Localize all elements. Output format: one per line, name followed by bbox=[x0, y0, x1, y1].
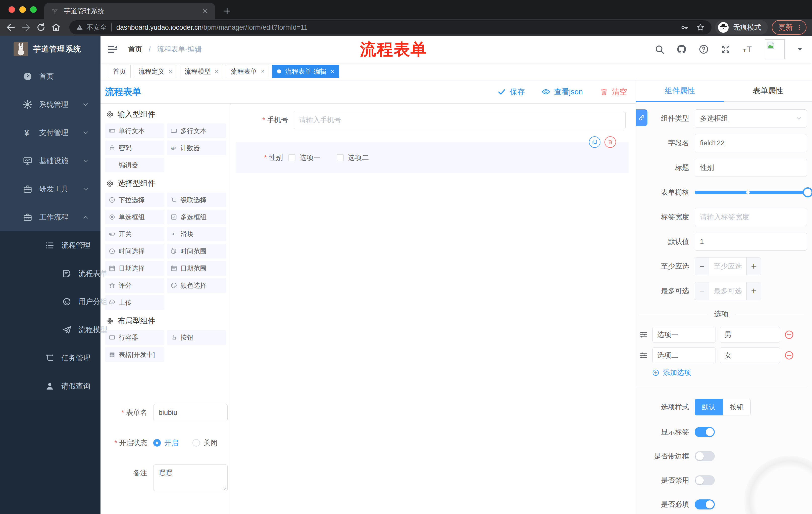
close-tag-icon[interactable]: × bbox=[261, 69, 265, 75]
sidebar-item[interactable]: 请假查询 bbox=[0, 372, 100, 400]
caret-down-icon[interactable] bbox=[796, 46, 804, 53]
view-tag[interactable]: 流程表单-编辑× bbox=[272, 65, 339, 78]
avatar[interactable] bbox=[765, 39, 785, 59]
search-icon[interactable] bbox=[654, 44, 665, 55]
view-tag[interactable]: 流程模型× bbox=[180, 65, 223, 78]
palette-item[interactable]: 行容器 bbox=[105, 330, 164, 345]
hamburger-icon[interactable] bbox=[107, 44, 118, 55]
bookmark-star-icon[interactable] bbox=[696, 23, 705, 32]
checkbox-box[interactable] bbox=[288, 154, 295, 161]
toggle-switch[interactable] bbox=[695, 475, 715, 485]
palette-item[interactable]: 日期范围 bbox=[167, 261, 226, 276]
github-icon[interactable] bbox=[676, 44, 687, 55]
palette-item[interactable]: 表格[开发中] bbox=[105, 347, 164, 362]
sidebar-item[interactable]: 首页 bbox=[0, 62, 100, 90]
slider-handle[interactable] bbox=[803, 187, 812, 197]
question-icon[interactable] bbox=[698, 44, 709, 55]
palette-item[interactable]: 上传 bbox=[105, 295, 164, 310]
remove-option-button[interactable] bbox=[784, 330, 794, 340]
browser-menu-icon[interactable] bbox=[796, 24, 803, 31]
palette-item[interactable]: 时间选择 bbox=[105, 244, 164, 259]
home-icon[interactable] bbox=[51, 22, 61, 33]
palette-item[interactable]: 级联选择 bbox=[167, 193, 226, 207]
close-window-button[interactable] bbox=[8, 6, 15, 13]
status-radio-off[interactable]: 关闭 bbox=[193, 438, 218, 448]
browser-tab[interactable]: 芋道管理系统 bbox=[44, 3, 215, 19]
clear-button[interactable]: 清空 bbox=[600, 87, 627, 97]
increase-button[interactable]: + bbox=[747, 282, 761, 300]
view-tag[interactable]: 流程定义× bbox=[134, 65, 177, 78]
palette-item[interactable]: 编辑器 bbox=[105, 158, 164, 172]
form-name-input[interactable] bbox=[153, 404, 228, 421]
tab-component-props[interactable]: 组件属性 bbox=[636, 80, 724, 101]
minimize-window-button[interactable] bbox=[19, 6, 26, 13]
toggle-switch[interactable] bbox=[695, 427, 715, 437]
option-style-button[interactable]: 按钮 bbox=[723, 399, 751, 415]
sidebar-item[interactable]: 基础设施 bbox=[0, 147, 100, 175]
save-button[interactable]: 保存 bbox=[497, 87, 525, 97]
phone-field-input[interactable] bbox=[294, 111, 626, 129]
label-width-input[interactable] bbox=[695, 208, 807, 226]
breadcrumb-home[interactable]: 首页 bbox=[128, 45, 142, 53]
close-tag-icon[interactable]: × bbox=[169, 69, 172, 75]
option-style-default[interactable]: 默认 bbox=[695, 399, 723, 415]
toggle-switch[interactable] bbox=[695, 499, 715, 510]
palette-item[interactable]: 下拉选择 bbox=[105, 193, 164, 207]
view-tag[interactable]: 首页 bbox=[108, 65, 130, 78]
palette-item[interactable]: 时间范围 bbox=[167, 244, 226, 259]
palette-item[interactable]: 密码 bbox=[105, 141, 164, 155]
sidebar-item[interactable]: 流程管理 bbox=[0, 231, 100, 260]
maximize-window-button[interactable] bbox=[30, 6, 37, 13]
sidebar-item[interactable]: 流程表单 bbox=[0, 260, 100, 288]
slider-track[interactable] bbox=[695, 191, 808, 194]
toggle-switch[interactable] bbox=[695, 451, 715, 461]
increase-button[interactable]: + bbox=[747, 258, 761, 275]
sidebar-item[interactable]: 流程模型 bbox=[0, 316, 100, 344]
sidebar-item[interactable]: 用户分组 bbox=[0, 288, 100, 316]
palette-item[interactable]: 123计数器 bbox=[167, 141, 226, 155]
phone-field-row[interactable]: 手机号 bbox=[230, 111, 626, 129]
sidebar-item[interactable]: 研发工具 bbox=[0, 175, 100, 203]
decrease-button[interactable]: − bbox=[695, 282, 709, 300]
palette-item[interactable]: 评分 bbox=[105, 278, 164, 293]
option-drag-handle-icon[interactable] bbox=[638, 330, 648, 340]
key-icon[interactable] bbox=[680, 23, 689, 32]
back-icon[interactable] bbox=[5, 22, 16, 33]
palette-item[interactable]: 单选框组 bbox=[105, 210, 164, 224]
close-tag-icon[interactable]: × bbox=[215, 69, 218, 75]
option-value-input[interactable] bbox=[720, 327, 780, 343]
sidebar-item[interactable]: 工作流程 bbox=[0, 203, 100, 231]
tab-form-props[interactable]: 表单属性 bbox=[724, 80, 812, 101]
gender-checkbox[interactable]: 选项一 bbox=[288, 153, 321, 162]
min-select-input[interactable] bbox=[709, 258, 747, 275]
option-label-input[interactable] bbox=[652, 347, 716, 363]
option-value-input[interactable] bbox=[720, 347, 780, 363]
sidebar-item[interactable]: ¥支付管理 bbox=[0, 119, 100, 147]
component-type-select[interactable]: 多选框组 bbox=[695, 109, 807, 128]
palette-item[interactable]: 多选框组 bbox=[167, 210, 226, 224]
delete-component-button[interactable] bbox=[605, 136, 616, 148]
palette-item[interactable]: 单行文本 bbox=[105, 124, 164, 138]
title-input[interactable] bbox=[695, 159, 807, 177]
default-value-input[interactable] bbox=[695, 233, 807, 251]
copy-component-button[interactable] bbox=[589, 136, 601, 148]
status-radio-on[interactable]: 开启 bbox=[153, 438, 178, 448]
form-canvas[interactable]: 手机号 性别 选项一选项二 bbox=[230, 104, 636, 514]
window-controls[interactable] bbox=[0, 0, 44, 19]
field-name-input[interactable] bbox=[695, 134, 807, 152]
textsize-icon[interactable]: TT bbox=[743, 44, 753, 55]
drag-link-chip[interactable] bbox=[636, 109, 647, 126]
address-bar[interactable]: 不安全 dashboard.yudao.iocoder.cn/bpm/manag… bbox=[69, 20, 712, 34]
palette-item[interactable]: 日期选择 bbox=[105, 261, 164, 276]
sidebar-item[interactable]: 任务管理 bbox=[0, 344, 100, 372]
view-json-button[interactable]: 查看json bbox=[542, 87, 583, 97]
palette-item[interactable]: 滑块 bbox=[167, 227, 226, 241]
palette-item[interactable]: 多行文本 bbox=[167, 124, 226, 138]
refresh-icon[interactable] bbox=[36, 22, 46, 33]
forward-icon[interactable] bbox=[21, 22, 31, 33]
palette-item[interactable]: 按钮 bbox=[167, 330, 226, 345]
option-drag-handle-icon[interactable] bbox=[638, 350, 648, 360]
new-tab-button[interactable] bbox=[223, 6, 232, 16]
palette-item[interactable]: 开关 bbox=[105, 227, 164, 241]
close-tab-icon[interactable] bbox=[202, 8, 208, 14]
